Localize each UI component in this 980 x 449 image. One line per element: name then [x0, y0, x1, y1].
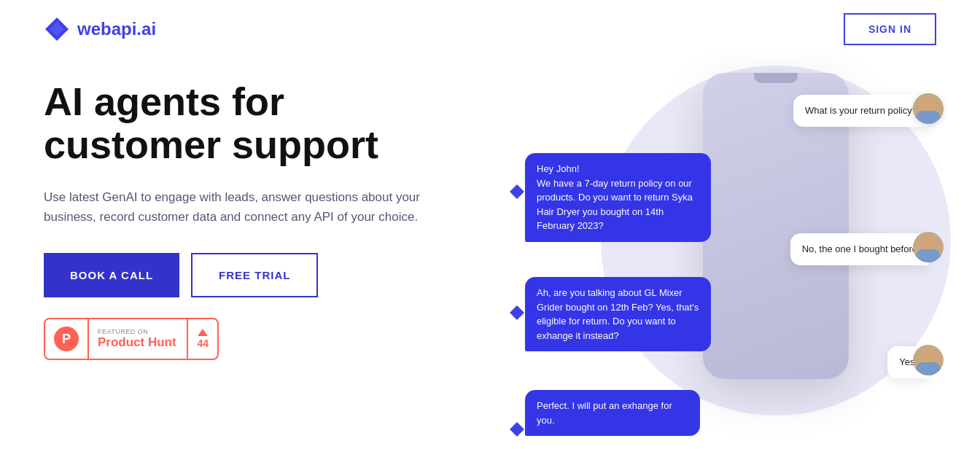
ph-logo-area: P — [45, 319, 89, 359]
left-panel: AI agents for customer support Use lates… — [44, 66, 467, 360]
logo-icon — [44, 16, 70, 42]
hero-title-line2: customer support — [44, 122, 378, 166]
ph-text-area: FEATURED ON Product Hunt — [89, 325, 187, 353]
chat-bubble-2-bot: Hey John! We have a 7-day return policy … — [525, 153, 711, 242]
logo-accent: .ai — [136, 19, 156, 39]
bubble6-text: Perfect. I will put an exhange for you. — [537, 400, 672, 426]
diamond-icon-2 — [509, 305, 525, 324]
cta-buttons: BOOK A CALL FREE TRIAL — [44, 253, 467, 297]
diamond-icon-3 — [509, 421, 525, 440]
logo-regular: webapi — [77, 19, 136, 39]
chat-bubble-4-bot: Ah, are you talking about GL Mixer Gride… — [525, 277, 711, 351]
chat-container: What is your return policy? Hey John! We… — [496, 58, 936, 437]
chat-bubble-3-user: No, the one I bought before — [790, 233, 929, 265]
avatar-3 — [913, 345, 944, 375]
right-panel: What is your return policy? Hey John! We… — [496, 58, 936, 437]
bubble2-text: Hey John! We have a 7-day return policy … — [537, 163, 693, 231]
bubble4-text: Ah, are you talking about GL Mixer Gride… — [537, 287, 699, 341]
ph-upvote-icon — [198, 329, 208, 336]
svg-marker-2 — [510, 184, 524, 199]
product-hunt-badge[interactable]: P FEATURED ON Product Hunt 44 — [44, 318, 219, 360]
svg-marker-3 — [510, 305, 524, 320]
avatar-1 — [913, 93, 944, 124]
chat-bubble-6-bot: Perfect. I will put an exhange for you. — [525, 390, 700, 436]
avatar-2 — [913, 232, 944, 262]
chat-bubble-1-user: What is your return policy? — [793, 95, 929, 127]
ph-votes-area: 44 — [187, 319, 217, 359]
ph-logo-icon: P — [54, 327, 79, 351]
ph-vote-count: 44 — [197, 337, 209, 349]
free-trial-button[interactable]: FREE TRIAL — [191, 253, 318, 297]
hero-subtitle: Use latest GenAI to engage with leads, a… — [44, 187, 423, 227]
bubble3-text: No, the one I bought before — [802, 243, 917, 254]
svg-marker-4 — [510, 422, 524, 437]
logo: webapi.ai — [44, 16, 156, 42]
book-call-button[interactable]: BOOK A CALL — [44, 253, 179, 297]
hero-title-line1: AI agents for — [44, 79, 284, 123]
sign-in-button[interactable]: SIGN IN — [844, 13, 936, 45]
diamond-icon-1 — [509, 184, 525, 203]
main-content: AI agents for customer support Use lates… — [0, 58, 980, 437]
ph-name: Product Hunt — [98, 335, 178, 350]
bubble1-text: What is your return policy? — [805, 105, 917, 116]
ph-featured-on-label: FEATURED ON — [98, 328, 178, 335]
header: webapi.ai SIGN IN — [0, 0, 980, 58]
logo-text: webapi.ai — [77, 19, 156, 39]
hero-title: AI agents for customer support — [44, 80, 467, 167]
